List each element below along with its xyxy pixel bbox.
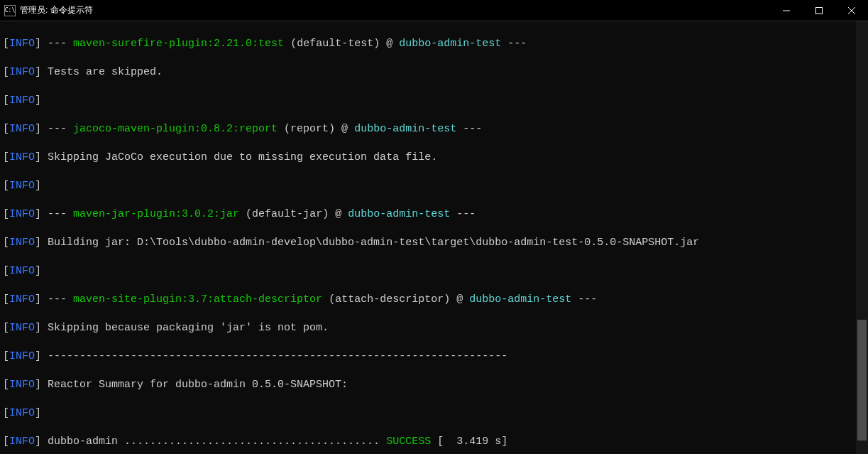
cmd-icon: C:\ [4, 5, 16, 16]
svg-rect-1 [816, 7, 823, 13]
maximize-button[interactable] [803, 0, 835, 21]
scrollbar-thumb[interactable] [857, 320, 867, 441]
terminal-output[interactable]: [INFO] --- maven-surefire-plugin:2.21.0:… [0, 21, 868, 454]
vertical-scrollbar[interactable] [856, 21, 868, 454]
window-title: 管理员: 命令提示符 [20, 4, 770, 16]
minimize-button[interactable] [770, 0, 803, 21]
window-controls [770, 0, 868, 21]
window-titlebar: C:\ 管理员: 命令提示符 [0, 0, 868, 21]
close-button[interactable] [835, 0, 868, 21]
